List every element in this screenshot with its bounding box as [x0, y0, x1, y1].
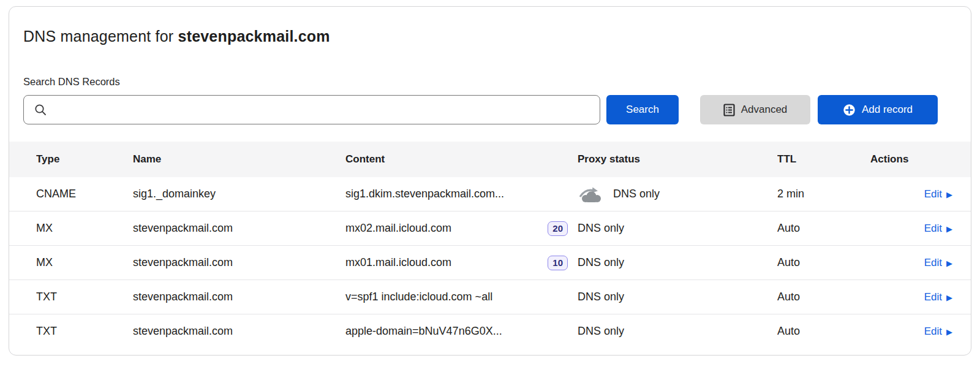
proxy-status: DNS only [578, 256, 624, 269]
column-header-ttl: TTL [777, 153, 870, 165]
record-ttl: Auto [777, 325, 870, 338]
record-type: TXT [36, 291, 133, 303]
record-content: mx02.mail.icloud.com [345, 222, 451, 235]
record-ttl: Auto [777, 256, 870, 269]
search-label: Search DNS Records [23, 76, 957, 88]
record-ttl: Auto [777, 222, 870, 235]
dns-management-card: DNS management for stevenpackmail.com Se… [9, 6, 971, 356]
edit-link-label: Edit [924, 257, 942, 269]
record-type: MX [36, 256, 133, 269]
proxy-status: DNS only [578, 325, 624, 338]
proxy-status: DNS only [613, 188, 660, 200]
edit-link-label: Edit [924, 325, 942, 338]
column-header-content: Content [345, 153, 578, 165]
record-name: stevenpackmail.com [133, 256, 345, 269]
edit-record-link[interactable]: Edit▶ [924, 291, 952, 303]
advanced-list-icon [723, 104, 735, 116]
mx-priority-badge: 10 [548, 256, 568, 270]
add-record-button-label: Add record [862, 104, 913, 116]
edit-arrow-icon: ▶ [946, 328, 952, 336]
dns-records-table: Type Name Content Proxy status TTL Actio… [9, 142, 971, 348]
table-row: TXT stevenpackmail.com apple-domain=bNuV… [9, 314, 971, 348]
page-title-prefix: DNS management for [23, 28, 178, 45]
edit-link-label: Edit [924, 291, 942, 303]
record-ttl: 2 min [777, 188, 870, 200]
edit-link-label: Edit [924, 223, 942, 235]
search-input-wrapper[interactable] [23, 95, 600, 124]
edit-arrow-icon: ▶ [946, 259, 952, 267]
column-header-name: Name [133, 153, 345, 165]
record-type: TXT [36, 325, 133, 338]
search-button[interactable]: Search [606, 95, 679, 124]
edit-arrow-icon: ▶ [946, 191, 952, 199]
record-name: stevenpackmail.com [133, 222, 345, 235]
record-content: mx01.mail.icloud.com [345, 256, 451, 269]
advanced-button[interactable]: Advanced [700, 95, 810, 124]
proxy-status: DNS only [578, 291, 624, 303]
edit-record-link[interactable]: Edit▶ [924, 188, 952, 200]
proxy-status: DNS only [578, 222, 624, 235]
mx-priority-badge: 20 [548, 221, 568, 236]
record-name: sig1._domainkey [133, 188, 345, 200]
edit-record-link[interactable]: Edit▶ [924, 325, 952, 338]
plus-circle-icon [843, 104, 856, 116]
edit-record-link[interactable]: Edit▶ [924, 257, 952, 269]
column-header-proxy-status: Proxy status [578, 153, 777, 165]
record-type: CNAME [36, 188, 133, 200]
column-header-actions: Actions [870, 153, 971, 165]
edit-arrow-icon: ▶ [946, 294, 952, 302]
record-name: stevenpackmail.com [133, 325, 345, 338]
add-record-button[interactable]: Add record [818, 95, 938, 124]
record-content: sig1.dkim.stevenpackmail.com... [345, 188, 504, 200]
column-header-type: Type [36, 153, 133, 165]
table-row: MX stevenpackmail.com mx01.mail.icloud.c… [9, 245, 971, 280]
table-row: MX stevenpackmail.com mx02.mail.icloud.c… [9, 211, 971, 245]
search-controls: Search Advanced Add record [23, 95, 957, 124]
record-ttl: Auto [777, 291, 870, 303]
edit-arrow-icon: ▶ [946, 225, 952, 233]
record-type: MX [36, 222, 133, 235]
dns-only-cloud-icon [578, 185, 603, 204]
record-content: apple-domain=bNuV47n6G0X... [345, 325, 502, 338]
advanced-button-label: Advanced [741, 104, 788, 116]
edit-record-link[interactable]: Edit▶ [924, 223, 952, 235]
page-title-domain: stevenpackmail.com [178, 28, 330, 45]
record-name: stevenpackmail.com [133, 291, 345, 303]
dns-search-input[interactable] [51, 97, 592, 123]
record-content: v=spf1 include:icloud.com ~all [345, 291, 492, 303]
table-row: TXT stevenpackmail.com v=spf1 include:ic… [9, 280, 971, 314]
table-header-row: Type Name Content Proxy status TTL Actio… [9, 142, 971, 177]
edit-link-label: Edit [924, 188, 942, 200]
search-icon [34, 103, 47, 116]
page-title: DNS management for stevenpackmail.com [23, 28, 957, 45]
table-row: CNAME sig1._domainkey sig1.dkim.stevenpa… [9, 177, 971, 211]
